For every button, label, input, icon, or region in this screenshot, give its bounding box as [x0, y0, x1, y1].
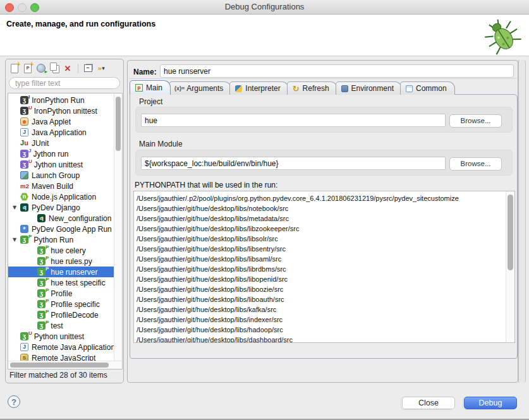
- delete-icon[interactable]: ✕: [61, 63, 74, 74]
- main-module-input[interactable]: [141, 157, 446, 170]
- tree-item-jython-unittest[interactable]: ʒUJython unittest: [8, 159, 122, 170]
- title-bar: Debug Configurations: [0, 0, 529, 15]
- tree-item-label: ProfileDecode: [51, 311, 98, 320]
- pythonpath-entry[interactable]: /Users/jgauthier/git/hue/desktop/libs/ka…: [137, 304, 504, 315]
- tab-interpreter[interactable]: Interpreter: [229, 81, 288, 95]
- pythonpath-scrollbar[interactable]: [506, 191, 514, 342]
- pythonpath-entry[interactable]: /Users/jgauthier/git/hue/desktop/libs/me…: [137, 213, 504, 224]
- expand-arrow-icon[interactable]: ▼: [11, 234, 18, 245]
- remote-java-icon: J: [20, 343, 28, 351]
- launch-group-icon: [20, 171, 28, 179]
- tree-vertical-scrollbar[interactable]: [114, 93, 122, 362]
- ironpython-unittest-icon: ʒ: [20, 107, 28, 115]
- tab-arguments[interactable]: (x)=Arguments: [169, 81, 231, 95]
- tab-main[interactable]: pMain: [130, 80, 171, 95]
- icon-modifier: P: [46, 320, 49, 325]
- config-tabs: pMain(x)=ArgumentsInterpreter↻RefreshEnv…: [130, 80, 453, 95]
- close-button[interactable]: Close: [402, 397, 455, 409]
- tab-label: Environment: [351, 84, 394, 93]
- python-icon: [235, 85, 242, 92]
- pythonpath-entry[interactable]: /Users/jgauthier/.p2/pool/plugins/org.py…: [137, 193, 504, 203]
- tree-item-ironpython-run[interactable]: ʒIIronPython Run: [8, 95, 122, 105]
- tree-item-pydev-google-app-run[interactable]: *PyDev Google App Run: [8, 224, 122, 234]
- pythonpath-entry[interactable]: /Users/jgauthier/git/hue/desktop/libs/in…: [137, 315, 504, 325]
- ironpython-run-icon: ʒ: [20, 96, 28, 104]
- project-group: Browse...: [135, 107, 513, 133]
- tree-item-label: JUnit: [32, 139, 49, 148]
- pythonpath-entry[interactable]: /Users/jgauthier/git/hue/desktop/libs/li…: [137, 224, 504, 234]
- icon-modifier: P: [46, 288, 49, 293]
- panel-scrollbar[interactable]: [518, 60, 526, 383]
- python-run-icon: ʒ: [37, 279, 46, 287]
- debug-button[interactable]: Debug: [464, 397, 517, 409]
- arguments-icon: (x)=: [174, 85, 185, 92]
- toolbar-separator: [78, 64, 78, 73]
- tree-item-profile[interactable]: ʒPProfile: [8, 288, 122, 299]
- project-input[interactable]: [141, 114, 446, 127]
- tree-item-profiledecode[interactable]: ʒPProfileDecode: [8, 309, 122, 320]
- main-module-browse-button[interactable]: Browse...: [449, 157, 502, 171]
- icon-modifier: P: [28, 234, 32, 239]
- collapse-all-icon[interactable]: −: [82, 63, 94, 74]
- duplicate-icon[interactable]: [48, 63, 61, 74]
- tree-item-remote-java-application[interactable]: JRemote Java Application: [8, 342, 122, 352]
- tab-common[interactable]: Common: [400, 81, 455, 95]
- pythonpath-entry[interactable]: /Users/jgauthier/git/hue/desktop/libs/li…: [137, 234, 504, 244]
- project-browse-button[interactable]: Browse...: [449, 114, 502, 128]
- tab-refresh[interactable]: ↻Refresh: [287, 81, 337, 95]
- tree-item-test[interactable]: ʒPtest: [8, 320, 122, 331]
- tree-item-profile-specific[interactable]: ʒPProfile specific: [8, 299, 122, 309]
- tree-item-label: IronPython Run: [32, 96, 84, 105]
- tree-item-java-applet[interactable]: Java Applet: [8, 116, 122, 127]
- new-configuration-icon[interactable]: +: [8, 63, 21, 74]
- pythonpath-entry[interactable]: /Users/jgauthier/git/hue/desktop/libs/li…: [137, 264, 504, 274]
- filter-input[interactable]: [9, 77, 120, 89]
- main-module-label: Main Module: [139, 140, 183, 148]
- tree-item-jython-run[interactable]: ʒJJython run: [8, 148, 122, 159]
- pythonpath-entry[interactable]: /Users/jgauthier/git/hue/desktop/libs/li…: [137, 244, 504, 254]
- icon-modifier: P: [46, 299, 49, 304]
- tree-item-maven-build[interactable]: m2Maven Build: [8, 181, 122, 191]
- maven-icon: m2: [20, 182, 28, 190]
- tree-item-hue-runserver[interactable]: ʒPhue runserver: [8, 267, 122, 277]
- python-run-icon: ʒ: [20, 236, 28, 244]
- tree-item-label: Python Run: [33, 236, 73, 244]
- tree-item-node-js-application[interactable]: nNode.js Application: [8, 191, 122, 202]
- tree-item-pydev-django[interactable]: ▼djPyDev Django: [8, 202, 122, 213]
- tree-item-hue-celery[interactable]: ʒPhue celery: [8, 245, 122, 256]
- pythonpath-entry[interactable]: /Users/jgauthier/git/hue/desktop/libs/li…: [137, 284, 504, 294]
- pythonpath-entry[interactable]: /Users/jgauthier/git/hue/desktop/libs/ha…: [137, 325, 504, 335]
- debug-configurations-dialog: Debug Configurations Create, manage, and…: [0, 0, 529, 420]
- tab-environment[interactable]: Environment: [336, 81, 402, 95]
- tree-item-hue-rules-py[interactable]: ʒPhue rules.py: [8, 256, 122, 267]
- filter-status: Filter matched 28 of 30 items: [9, 371, 107, 380]
- pythonpath-entry[interactable]: /Users/jgauthier/git/hue/desktop/libs/no…: [137, 203, 504, 213]
- icon-modifier: U: [28, 105, 32, 111]
- new-prototype-icon[interactable]: P+: [21, 63, 34, 74]
- tree-item-label: Launch Group: [32, 171, 80, 180]
- name-input[interactable]: [160, 64, 514, 78]
- filter-launch-icon[interactable]: »▾: [95, 63, 107, 74]
- tree-item-label: PyDev Google App Run: [32, 225, 112, 234]
- tree-item-python-run[interactable]: ▼ʒPPython Run: [8, 234, 122, 245]
- export-launch-icon[interactable]: ▸: [35, 63, 47, 74]
- tree-item-junit[interactable]: JuJUnit: [8, 138, 122, 148]
- pythonpath-list: /Users/jgauthier/.p2/pool/plugins/org.py…: [133, 191, 515, 343]
- tree-item-java-application[interactable]: JJava Application: [8, 127, 122, 138]
- tree-item-label: hue test specific: [51, 279, 105, 287]
- tree-item-new-configuration[interactable]: djNew_configuration: [8, 213, 122, 224]
- tree-item-ironpython-unittest[interactable]: ʒUIronPython unittest: [8, 105, 122, 116]
- pythonpath-entry[interactable]: /Users/jgauthier/git/hue/desktop/libs/da…: [137, 335, 504, 343]
- pythonpath-entry[interactable]: /Users/jgauthier/git/hue/desktop/libs/li…: [137, 274, 504, 284]
- tree-item-python-unittest[interactable]: ʒUPython unittest: [8, 331, 122, 342]
- tree-item-hue-test-specific[interactable]: ʒPhue test specific: [8, 277, 122, 288]
- python-unittest-icon: ʒ: [20, 332, 28, 340]
- help-icon[interactable]: ?: [8, 395, 20, 408]
- pythonpath-entry[interactable]: /Users/jgauthier/git/hue/desktop/libs/li…: [137, 254, 504, 264]
- tree-item-launch-group[interactable]: Launch Group: [8, 170, 122, 181]
- pythonpath-entry[interactable]: /Users/jgauthier/git/hue/desktop/libs/li…: [137, 294, 504, 304]
- expand-arrow-icon[interactable]: ▼: [11, 202, 18, 213]
- tree-horizontal-scrollbar[interactable]: [8, 361, 123, 369]
- icon-modifier: P: [46, 245, 49, 250]
- jython-unittest-icon: ʒ: [20, 160, 28, 169]
